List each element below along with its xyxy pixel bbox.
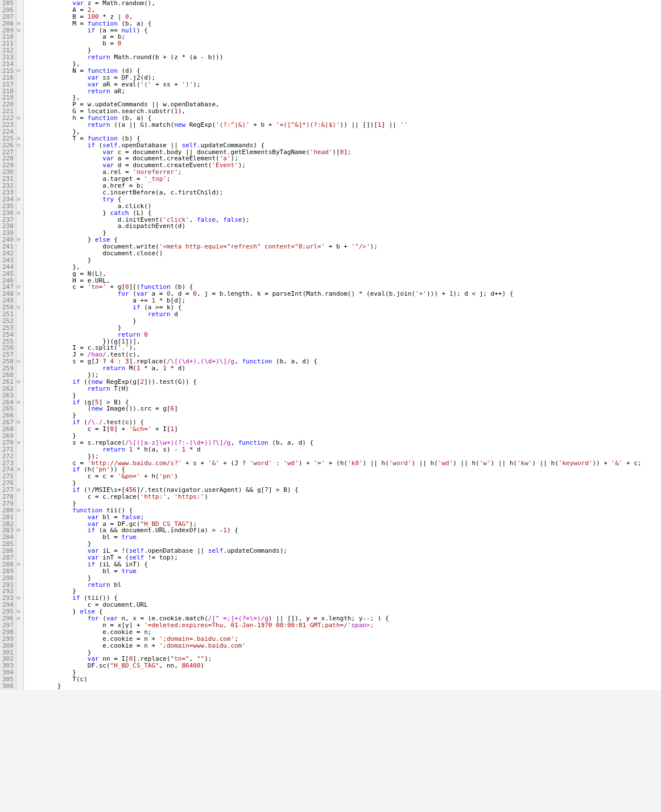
fold-toggle[interactable] xyxy=(16,149,23,156)
fold-toggle[interactable]: ⊟ xyxy=(16,237,23,243)
line-number[interactable]: 253 xyxy=(2,325,14,332)
code-line[interactable]: var z = Math.random(), xyxy=(27,0,658,7)
fold-toggle[interactable] xyxy=(16,412,23,419)
code-line[interactable]: var aR = eval('(' + ss + ')'); xyxy=(27,81,658,88)
code-area[interactable]: var z = Math.random(), A = 2, B = 100 * … xyxy=(24,0,661,690)
line-number[interactable]: 215 xyxy=(2,68,14,74)
fold-toggle[interactable] xyxy=(16,514,23,521)
fold-toggle[interactable] xyxy=(16,636,23,643)
code-line[interactable]: }, xyxy=(27,264,658,271)
fold-toggle[interactable] xyxy=(16,230,23,237)
line-number[interactable]: 271 xyxy=(2,446,14,453)
code-line[interactable]: c = document.URL xyxy=(27,602,658,608)
code-line[interactable]: if ((new RegExp(g[2])).test(G)) { xyxy=(27,379,658,386)
fold-toggle[interactable]: ⊟ xyxy=(16,615,23,622)
fold-toggle[interactable] xyxy=(16,176,23,183)
fold-toggle[interactable] xyxy=(16,34,23,40)
fold-toggle[interactable] xyxy=(16,494,23,500)
line-number[interactable]: 306 xyxy=(2,683,14,690)
fold-toggle[interactable]: ⊟ xyxy=(16,487,23,494)
fold-toggle[interactable] xyxy=(16,264,23,271)
fold-toggle[interactable] xyxy=(16,480,23,487)
code-line[interactable]: } xyxy=(27,318,658,325)
line-number-gutter[interactable]: 2052062072082092102112122132142152162172… xyxy=(0,0,16,690)
fold-toggle[interactable] xyxy=(16,426,23,433)
line-number[interactable]: 279 xyxy=(2,500,14,507)
line-number[interactable]: 300 xyxy=(2,643,14,649)
fold-toggle[interactable]: ⊟ xyxy=(16,466,23,473)
fold-toggle[interactable] xyxy=(16,108,23,115)
fold-toggle[interactable] xyxy=(16,129,23,135)
code-line[interactable]: bl = true xyxy=(27,534,658,541)
code-line[interactable]: } xyxy=(27,257,658,264)
fold-toggle[interactable] xyxy=(16,575,23,582)
fold-toggle[interactable]: ⊟ xyxy=(16,291,23,297)
fold-toggle[interactable] xyxy=(16,61,23,68)
fold-toggle[interactable] xyxy=(16,88,23,95)
fold-toggle[interactable] xyxy=(16,271,23,277)
code-line[interactable]: return ((a || G).match(new RegExp('(?:^|… xyxy=(27,122,658,129)
fold-toggle[interactable] xyxy=(16,40,23,47)
fold-toggle[interactable] xyxy=(16,622,23,629)
fold-toggle[interactable] xyxy=(16,217,23,223)
code-line[interactable]: var bl = false; xyxy=(27,514,658,521)
line-number[interactable]: 245 xyxy=(2,271,14,277)
fold-toggle[interactable] xyxy=(16,662,23,669)
fold-toggle[interactable] xyxy=(16,372,23,379)
fold-toggle[interactable] xyxy=(16,311,23,318)
fold-toggle[interactable]: ⊟ xyxy=(16,379,23,386)
fold-toggle[interactable] xyxy=(16,345,23,351)
code-line[interactable]: return Math.round(b + (z * (a - b))) xyxy=(27,54,658,61)
fold-toggle[interactable] xyxy=(16,243,23,250)
line-number[interactable]: 243 xyxy=(2,257,14,264)
fold-toggle[interactable]: ⊟ xyxy=(16,68,23,74)
line-number[interactable]: 272 xyxy=(2,453,14,460)
fold-toggle[interactable]: ⊟ xyxy=(16,27,23,34)
fold-toggle[interactable] xyxy=(16,568,23,575)
fold-toggle[interactable] xyxy=(16,656,23,662)
code-line[interactable]: e.cookie = n; xyxy=(27,629,658,636)
code-line[interactable]: return M(1 * a, 1 * d) xyxy=(27,365,658,372)
code-line[interactable]: } xyxy=(27,500,658,507)
fold-toggle[interactable]: ⊟ xyxy=(16,210,23,217)
fold-toggle[interactable]: ⊟ xyxy=(16,358,23,365)
fold-toggle[interactable] xyxy=(16,122,23,129)
fold-toggle[interactable]: ⊟ xyxy=(16,399,23,406)
line-number[interactable]: 281 xyxy=(2,514,14,521)
fold-toggle[interactable] xyxy=(16,433,23,440)
fold-toggle[interactable]: ⊟ xyxy=(16,527,23,534)
code-line[interactable]: A = 2, xyxy=(27,7,658,14)
code-line[interactable]: } catch (L) { xyxy=(27,210,658,217)
fold-toggle[interactable] xyxy=(16,588,23,595)
line-number[interactable]: 208 xyxy=(2,20,14,27)
fold-toggle[interactable] xyxy=(16,318,23,325)
code-line[interactable]: return aR; xyxy=(27,88,658,95)
fold-toggle[interactable] xyxy=(16,676,23,683)
line-number[interactable]: 263 xyxy=(2,392,14,399)
line-number[interactable]: 207 xyxy=(2,14,14,20)
line-number[interactable]: 262 xyxy=(2,386,14,392)
fold-toggle[interactable] xyxy=(16,554,23,561)
fold-toggle[interactable] xyxy=(16,250,23,257)
code-line[interactable]: e.cookie = n + ';domain=.baidu.com'; xyxy=(27,636,658,643)
code-line[interactable]: } xyxy=(27,230,658,237)
fold-toggle[interactable]: ⊟ xyxy=(16,284,23,291)
fold-toggle[interactable]: ⊟ xyxy=(16,304,23,311)
fold-toggle[interactable] xyxy=(16,155,23,162)
code-line[interactable]: b = 0 xyxy=(27,40,658,47)
code-line[interactable]: T(c) xyxy=(27,676,658,683)
code-line[interactable]: document.close() xyxy=(27,250,658,257)
fold-toggle[interactable] xyxy=(16,602,23,608)
code-line[interactable]: return bl xyxy=(27,582,658,589)
code-line[interactable]: } xyxy=(27,669,658,676)
fold-toggle[interactable] xyxy=(16,338,23,345)
fold-toggle[interactable] xyxy=(16,223,23,230)
line-number[interactable]: 270 xyxy=(2,440,14,446)
fold-toggle[interactable] xyxy=(16,386,23,392)
code-line[interactable]: var ss = DF.j2(d); xyxy=(27,74,658,81)
fold-toggle[interactable] xyxy=(16,351,23,358)
fold-toggle[interactable] xyxy=(16,534,23,541)
fold-toggle[interactable] xyxy=(16,332,23,338)
fold-toggle[interactable] xyxy=(16,629,23,636)
fold-toggle[interactable] xyxy=(16,94,23,101)
